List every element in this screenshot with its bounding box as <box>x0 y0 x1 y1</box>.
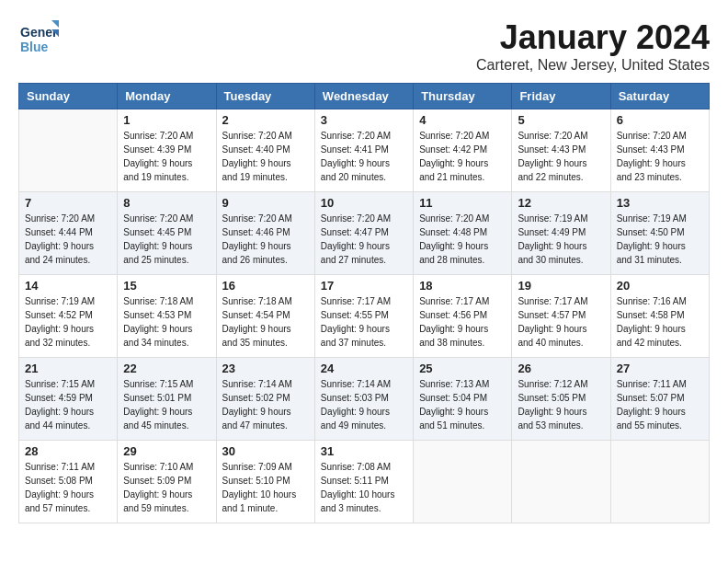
day-number: 26 <box>518 362 604 375</box>
calendar-cell: 9Sunrise: 7:20 AM Sunset: 4:46 PM Daylig… <box>216 192 314 275</box>
calendar-cell: 8Sunrise: 7:20 AM Sunset: 4:45 PM Daylig… <box>118 192 216 275</box>
month-title: January 2024 <box>476 18 710 57</box>
day-number: 20 <box>617 279 703 293</box>
day-info: Sunrise: 7:20 AM Sunset: 4:40 PM Dayligh… <box>222 129 309 184</box>
day-number: 1 <box>123 113 210 127</box>
day-info: Sunrise: 7:14 AM Sunset: 5:03 PM Dayligh… <box>321 377 407 432</box>
calendar-cell: 4Sunrise: 7:20 AM Sunset: 4:42 PM Daylig… <box>414 109 512 192</box>
calendar-cell <box>19 109 118 192</box>
calendar-cell: 16Sunrise: 7:18 AM Sunset: 4:54 PM Dayli… <box>216 275 314 358</box>
calendar-cell: 20Sunrise: 7:16 AM Sunset: 4:58 PM Dayli… <box>610 275 709 358</box>
logo-graphic: General Blue <box>18 18 59 59</box>
day-info: Sunrise: 7:20 AM Sunset: 4:44 PM Dayligh… <box>25 212 111 267</box>
day-info: Sunrise: 7:08 AM Sunset: 5:11 PM Dayligh… <box>321 460 407 515</box>
calendar-cell: 15Sunrise: 7:18 AM Sunset: 4:53 PM Dayli… <box>118 275 216 358</box>
day-number: 16 <box>222 279 309 293</box>
day-info: Sunrise: 7:09 AM Sunset: 5:10 PM Dayligh… <box>222 460 309 515</box>
day-info: Sunrise: 7:17 AM Sunset: 4:56 PM Dayligh… <box>419 294 506 350</box>
day-info: Sunrise: 7:20 AM Sunset: 4:39 PM Dayligh… <box>123 129 210 184</box>
day-info: Sunrise: 7:11 AM Sunset: 5:07 PM Dayligh… <box>617 377 703 432</box>
calendar-cell: 5Sunrise: 7:20 AM Sunset: 4:43 PM Daylig… <box>512 109 610 192</box>
day-number: 4 <box>419 113 506 127</box>
day-info: Sunrise: 7:20 AM Sunset: 4:47 PM Dayligh… <box>321 212 407 267</box>
day-number: 19 <box>518 279 604 293</box>
day-number: 28 <box>25 444 111 458</box>
weekday-header-sunday: Sunday <box>19 84 118 109</box>
calendar-week-row: 28Sunrise: 7:11 AM Sunset: 5:08 PM Dayli… <box>19 441 710 523</box>
calendar-week-row: 1Sunrise: 7:20 AM Sunset: 4:39 PM Daylig… <box>19 109 710 192</box>
calendar-cell: 23Sunrise: 7:14 AM Sunset: 5:02 PM Dayli… <box>216 358 314 441</box>
day-number: 31 <box>321 444 407 458</box>
day-info: Sunrise: 7:17 AM Sunset: 4:55 PM Dayligh… <box>321 294 407 350</box>
day-number: 8 <box>123 196 210 210</box>
day-number: 15 <box>123 279 210 293</box>
logo-wrapper: General Blue <box>18 18 59 59</box>
day-number: 5 <box>518 113 604 127</box>
day-number: 14 <box>25 279 111 293</box>
calendar-cell: 26Sunrise: 7:12 AM Sunset: 5:05 PM Dayli… <box>512 358 610 441</box>
day-info: Sunrise: 7:20 AM Sunset: 4:48 PM Dayligh… <box>419 212 506 267</box>
calendar-cell <box>610 441 709 523</box>
calendar-cell <box>512 441 610 523</box>
calendar-cell <box>414 441 512 523</box>
weekday-header-wednesday: Wednesday <box>314 84 413 109</box>
day-info: Sunrise: 7:20 AM Sunset: 4:42 PM Dayligh… <box>419 129 506 184</box>
calendar-cell: 10Sunrise: 7:20 AM Sunset: 4:47 PM Dayli… <box>314 192 413 275</box>
day-info: Sunrise: 7:13 AM Sunset: 5:04 PM Dayligh… <box>419 377 506 432</box>
calendar-week-row: 7Sunrise: 7:20 AM Sunset: 4:44 PM Daylig… <box>19 192 710 275</box>
day-info: Sunrise: 7:15 AM Sunset: 4:59 PM Dayligh… <box>25 377 111 432</box>
day-number: 13 <box>617 196 703 210</box>
calendar-cell: 30Sunrise: 7:09 AM Sunset: 5:10 PM Dayli… <box>216 441 314 523</box>
day-number: 3 <box>321 113 407 127</box>
calendar-cell: 2Sunrise: 7:20 AM Sunset: 4:40 PM Daylig… <box>216 109 314 192</box>
day-number: 17 <box>321 279 407 293</box>
day-number: 29 <box>123 444 210 458</box>
day-number: 7 <box>25 196 111 210</box>
weekday-header-saturday: Saturday <box>610 84 709 109</box>
day-info: Sunrise: 7:12 AM Sunset: 5:05 PM Dayligh… <box>518 377 604 432</box>
day-number: 12 <box>518 196 604 210</box>
calendar-cell: 3Sunrise: 7:20 AM Sunset: 4:41 PM Daylig… <box>314 109 413 192</box>
day-info: Sunrise: 7:19 AM Sunset: 4:49 PM Dayligh… <box>518 212 604 267</box>
day-number: 6 <box>617 113 703 127</box>
weekday-header-thursday: Thursday <box>414 84 512 109</box>
calendar-cell: 22Sunrise: 7:15 AM Sunset: 5:01 PM Dayli… <box>118 358 216 441</box>
svg-text:General: General <box>20 25 59 40</box>
calendar-cell: 17Sunrise: 7:17 AM Sunset: 4:55 PM Dayli… <box>314 275 413 358</box>
day-info: Sunrise: 7:20 AM Sunset: 4:45 PM Dayligh… <box>123 212 210 267</box>
day-number: 27 <box>617 362 703 375</box>
svg-text:Blue: Blue <box>20 40 49 54</box>
day-info: Sunrise: 7:20 AM Sunset: 4:43 PM Dayligh… <box>518 129 604 184</box>
calendar-cell: 29Sunrise: 7:10 AM Sunset: 5:09 PM Dayli… <box>118 441 216 523</box>
day-number: 18 <box>419 279 506 293</box>
calendar-cell: 11Sunrise: 7:20 AM Sunset: 4:48 PM Dayli… <box>414 192 512 275</box>
day-number: 2 <box>222 113 309 127</box>
day-info: Sunrise: 7:19 AM Sunset: 4:50 PM Dayligh… <box>617 212 703 267</box>
calendar-cell: 6Sunrise: 7:20 AM Sunset: 4:43 PM Daylig… <box>610 109 709 192</box>
calendar-cell: 31Sunrise: 7:08 AM Sunset: 5:11 PM Dayli… <box>314 441 413 523</box>
location-subtitle: Carteret, New Jersey, United States <box>476 57 710 74</box>
day-number: 23 <box>222 362 309 375</box>
calendar-body: 1Sunrise: 7:20 AM Sunset: 4:39 PM Daylig… <box>19 109 710 523</box>
logo: General Blue <box>18 18 59 59</box>
day-info: Sunrise: 7:19 AM Sunset: 4:52 PM Dayligh… <box>25 294 111 350</box>
calendar-cell: 21Sunrise: 7:15 AM Sunset: 4:59 PM Dayli… <box>19 358 118 441</box>
day-number: 11 <box>419 196 506 210</box>
day-number: 9 <box>222 196 309 210</box>
day-info: Sunrise: 7:16 AM Sunset: 4:58 PM Dayligh… <box>617 294 703 350</box>
day-info: Sunrise: 7:20 AM Sunset: 4:46 PM Dayligh… <box>222 212 309 267</box>
day-info: Sunrise: 7:20 AM Sunset: 4:43 PM Dayligh… <box>617 129 703 184</box>
weekday-header-row: SundayMondayTuesdayWednesdayThursdayFrid… <box>19 84 710 109</box>
calendar-cell: 19Sunrise: 7:17 AM Sunset: 4:57 PM Dayli… <box>512 275 610 358</box>
title-section: January 2024 Carteret, New Jersey, Unite… <box>476 18 710 74</box>
calendar-cell: 13Sunrise: 7:19 AM Sunset: 4:50 PM Dayli… <box>610 192 709 275</box>
day-number: 21 <box>25 362 111 375</box>
day-info: Sunrise: 7:20 AM Sunset: 4:41 PM Dayligh… <box>321 129 407 184</box>
weekday-header-friday: Friday <box>512 84 610 109</box>
day-number: 24 <box>321 362 407 375</box>
day-number: 25 <box>419 362 506 375</box>
calendar-cell: 28Sunrise: 7:11 AM Sunset: 5:08 PM Dayli… <box>19 441 118 523</box>
calendar-cell: 14Sunrise: 7:19 AM Sunset: 4:52 PM Dayli… <box>19 275 118 358</box>
calendar-table: SundayMondayTuesdayWednesdayThursdayFrid… <box>18 83 710 523</box>
page-header: General Blue January 2024 Carteret, New … <box>18 18 710 74</box>
